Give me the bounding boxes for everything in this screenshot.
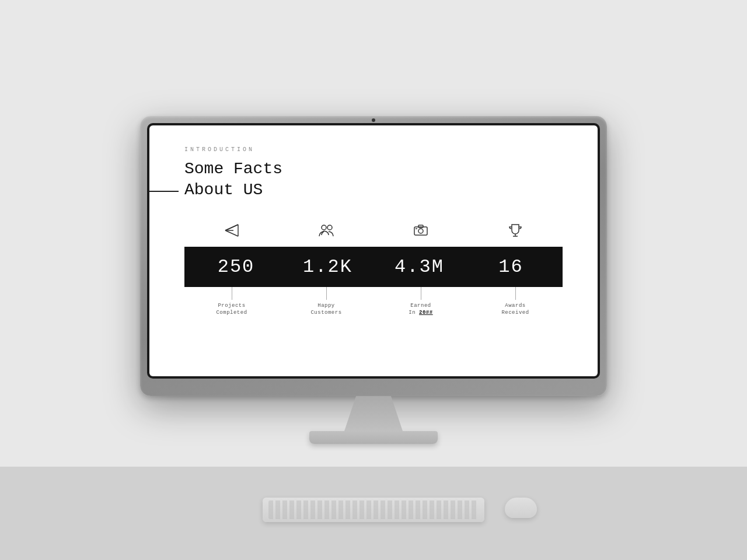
intro-label: INTRODUCTION xyxy=(184,146,563,153)
divider-1 xyxy=(232,287,232,300)
stat-number-earned: 4.3M xyxy=(374,256,465,278)
divider-4 xyxy=(515,287,516,300)
divider-2 xyxy=(326,287,327,300)
stat-label-customers-wrap: HappyCustomers xyxy=(279,287,374,317)
icons-row xyxy=(184,222,563,242)
svg-rect-8 xyxy=(418,225,423,228)
money-icon xyxy=(374,222,468,242)
screen-content: INTRODUCTION Some Facts About US xyxy=(149,125,598,376)
divider-3 xyxy=(421,287,421,300)
stats-section: 250 1.2K 4.3M 16 ProjectsCompleted xyxy=(184,222,563,317)
camera-dot xyxy=(372,118,375,122)
stat-number-customers: 1.2K xyxy=(282,256,374,278)
stat-number-projects: 250 xyxy=(190,256,282,278)
screen: INTRODUCTION Some Facts About US xyxy=(149,125,598,376)
monitor-bezel: INTRODUCTION Some Facts About US xyxy=(147,123,600,379)
stat-label-projects-wrap: ProjectsCompleted xyxy=(184,287,279,317)
svg-point-7 xyxy=(418,229,423,233)
mouse xyxy=(505,498,537,518)
line-accent xyxy=(149,191,179,192)
stat-label-earned-wrap: EarnedIn 20## xyxy=(374,287,468,317)
svg-rect-6 xyxy=(414,227,427,235)
stat-label-awards-wrap: AwardsReceived xyxy=(468,287,563,317)
numbers-bar: 250 1.2K 4.3M 16 xyxy=(184,247,563,287)
stand-base xyxy=(309,431,438,444)
svg-line-1 xyxy=(225,230,238,236)
svg-point-5 xyxy=(327,225,332,230)
stat-label-awards: AwardsReceived xyxy=(501,302,529,317)
monitor-frame: INTRODUCTION Some Facts About US xyxy=(140,116,607,396)
svg-point-4 xyxy=(322,225,326,230)
monitor-shell: INTRODUCTION Some Facts About US xyxy=(140,116,607,444)
stat-label-projects: ProjectsCompleted xyxy=(216,302,247,317)
stat-label-earned: EarnedIn 20## xyxy=(409,302,432,317)
stat-number-awards: 16 xyxy=(465,256,557,278)
labels-row: ProjectsCompleted HappyCustomers EarnedI… xyxy=(184,287,563,317)
keyboard xyxy=(263,498,484,522)
people-icon xyxy=(279,222,374,242)
stand-neck xyxy=(344,396,403,431)
trophy-icon xyxy=(468,222,563,242)
paper-plane-icon xyxy=(184,222,279,242)
stat-label-customers: HappyCustomers xyxy=(310,302,341,317)
main-title: Some Facts About US xyxy=(184,159,563,201)
